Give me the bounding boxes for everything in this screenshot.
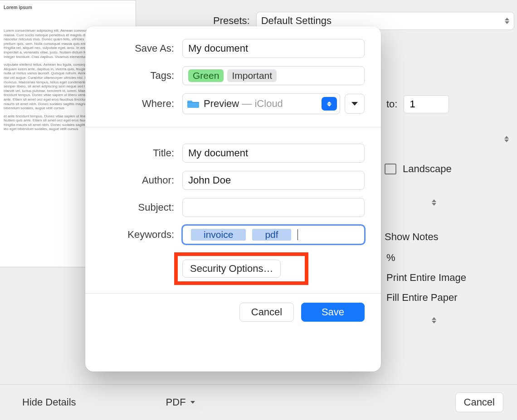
scale-percent-suffix: % xyxy=(386,252,395,264)
author-label: Author: xyxy=(102,174,174,186)
save-sheet: Save As: My document Tags: Green Importa… xyxy=(85,26,381,372)
keywords-input[interactable]: invoice pdf xyxy=(182,225,365,244)
save-as-label: Save As: xyxy=(102,43,174,54)
print-dialog-footer: Hide Details PDF Cancel xyxy=(0,384,517,420)
where-label: Where: xyxy=(102,98,174,110)
updown-icon xyxy=(505,18,509,24)
security-options-highlight: Security Options… xyxy=(174,252,308,285)
presets-label: Presets: xyxy=(213,15,250,27)
hide-details-button[interactable]: Hide Details xyxy=(14,392,85,412)
title-input[interactable]: My document xyxy=(182,144,365,163)
keyword-chip[interactable]: pdf xyxy=(252,229,291,241)
print-cancel-button[interactable]: Cancel xyxy=(455,392,503,412)
tag-chip-important[interactable]: Important xyxy=(227,69,277,82)
updown-icon[interactable] xyxy=(432,199,436,206)
scale-option-print-entire[interactable]: Print Entire Image xyxy=(386,272,466,284)
title-value: My document xyxy=(188,147,248,159)
folder-icon xyxy=(187,99,199,108)
title-label: Title: xyxy=(102,147,174,159)
chevron-down-icon xyxy=(190,401,195,404)
updown-icon[interactable] xyxy=(432,317,436,323)
show-notes-label: Show Notes xyxy=(385,231,439,243)
where-stepper-icon xyxy=(322,97,337,111)
cancel-button[interactable]: Cancel xyxy=(239,303,294,322)
security-options-button[interactable]: Security Options… xyxy=(182,260,281,278)
orientation-landscape-label: Landscape xyxy=(403,163,452,175)
keyword-chip[interactable]: invoice xyxy=(191,229,246,241)
scale-option-fill-paper[interactable]: Fill Entire Paper xyxy=(386,292,458,304)
subject-label: Subject: xyxy=(102,202,174,213)
author-value: John Doe xyxy=(188,174,231,186)
pdf-menu-label: PDF xyxy=(166,396,186,408)
save-button[interactable]: Save xyxy=(301,303,365,322)
keywords-label: Keywords: xyxy=(102,229,174,241)
tags-label: Tags: xyxy=(102,70,174,82)
pdf-menu-button[interactable]: PDF xyxy=(157,392,204,412)
text-caret xyxy=(298,229,298,240)
chevron-down-icon xyxy=(351,102,358,106)
where-select[interactable]: Preview — iCloud xyxy=(182,93,340,114)
tag-chip-green[interactable]: Green xyxy=(188,69,224,82)
where-expand-button[interactable] xyxy=(345,94,365,114)
lorem-title: Lorem ipsum xyxy=(4,5,132,10)
where-path: Preview — iCloud xyxy=(204,98,283,110)
save-as-value: My document xyxy=(188,43,248,54)
landscape-icon xyxy=(385,164,396,174)
save-as-input[interactable]: My document xyxy=(182,39,365,58)
presets-value: Default Settings xyxy=(261,15,332,27)
pages-to-label: to: xyxy=(386,98,397,110)
author-input[interactable]: John Doe xyxy=(182,171,365,190)
subject-input[interactable] xyxy=(182,198,365,217)
tags-input[interactable]: Green Important xyxy=(182,66,365,85)
pages-to-input[interactable] xyxy=(404,95,449,113)
updown-icon[interactable] xyxy=(504,136,509,142)
